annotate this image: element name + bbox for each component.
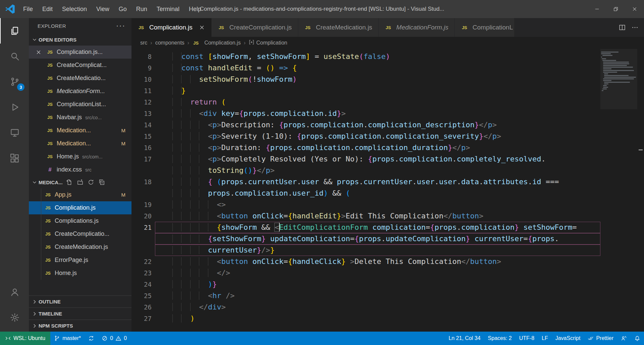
- open-editor-item[interactable]: JSNavbar.jssrc/co...: [29, 111, 131, 124]
- code-line[interactable]: }: [155, 85, 600, 96]
- breadcrumb-item-src[interactable]: src: [140, 40, 147, 46]
- account-icon[interactable]: [0, 279, 29, 305]
- status-prettier[interactable]: Prettier: [584, 332, 617, 345]
- code-line[interactable]: <button onClick={handleClick} >Delete Th…: [155, 256, 600, 267]
- file-item-home.js[interactable]: JSHome.js: [29, 267, 131, 280]
- tab-createmedication.js[interactable]: JSCreateMedication.js: [298, 18, 379, 37]
- open-editor-item[interactable]: JSMedication...M: [29, 137, 131, 150]
- open-editor-item[interactable]: JSCreateMedicatio...: [29, 72, 131, 85]
- menu-edit[interactable]: Edit: [38, 0, 57, 18]
- tab-medicationform.js[interactable]: JSMedicationForm.js: [379, 18, 455, 37]
- code-line[interactable]: </>: [155, 267, 600, 279]
- debug-icon[interactable]: [0, 94, 29, 120]
- sync-button[interactable]: [85, 332, 98, 345]
- open-editor-item[interactable]: #index.csssrc: [29, 163, 131, 176]
- open-editor-item[interactable]: JSComplication.js...: [29, 46, 131, 59]
- menu-terminal[interactable]: Terminal: [152, 0, 184, 18]
- code-line[interactable]: <p>Completely Resolved (Yes or No): {pro…: [155, 153, 600, 165]
- code-line[interactable]: { (props.currentUser.user && props.curre…: [155, 176, 600, 188]
- file-item-createcomplicatio...[interactable]: JSCreateComplicatio...: [29, 227, 131, 240]
- code-token: &&: [319, 178, 337, 186]
- code-line[interactable]: {setShowForm} updateComplication={props.…: [155, 233, 600, 245]
- breadcrumb-item-complication.js[interactable]: JSComplication.js: [192, 40, 240, 46]
- code-line[interactable]: <hr />: [155, 290, 600, 301]
- status-spaces-2[interactable]: Spaces: 2: [484, 332, 516, 345]
- tab-complication.js[interactable]: JSComplication.js: [131, 18, 212, 37]
- code-line[interactable]: {showForm && <EditComplicationForm compl…: [155, 222, 600, 233]
- git-branch-indicator[interactable]: master*: [50, 332, 85, 345]
- problems-indicator[interactable]: 0 0: [98, 332, 130, 345]
- code-line[interactable]: currentUser}/>}: [155, 245, 600, 256]
- breadcrumb-item-complication[interactable]: Complication: [249, 39, 287, 47]
- status-utf-8[interactable]: UTF-8: [516, 332, 538, 345]
- gear-icon[interactable]: [0, 305, 29, 330]
- extensions-icon[interactable]: [0, 145, 29, 171]
- tab-complicationl[interactable]: JSComplicationL: [455, 18, 515, 37]
- restore-button[interactable]: [606, 0, 625, 18]
- notifications-button[interactable]: [631, 332, 644, 345]
- code-line[interactable]: toString()}</p>: [155, 165, 600, 176]
- scm-icon[interactable]: 3: [0, 69, 29, 94]
- file-item-complication.js[interactable]: JSComplication.js: [29, 201, 131, 214]
- open-editor-item[interactable]: JSCreateComplicat...: [29, 59, 131, 72]
- close-editor-button[interactable]: [36, 49, 46, 55]
- minimize-button[interactable]: [588, 0, 606, 18]
- section-timeline[interactable]: TIMELINE: [29, 307, 131, 320]
- menu-selection[interactable]: Selection: [57, 0, 92, 18]
- search-icon[interactable]: [0, 44, 29, 69]
- minimap[interactable]: [600, 49, 637, 332]
- code-line[interactable]: <div key={props.complication.id}>: [155, 108, 600, 119]
- file-item-app.js[interactable]: JSApp.jsM: [29, 188, 131, 201]
- open-editor-item[interactable]: JSMedication...M: [29, 124, 131, 137]
- collapse-all-button[interactable]: [98, 179, 105, 186]
- open-editor-item[interactable]: JSMedicationForm...: [29, 85, 131, 98]
- code-line[interactable]: return (: [155, 96, 600, 108]
- code-line[interactable]: <button onClick={handleEdit}>Edit This C…: [155, 210, 600, 222]
- new-file-button[interactable]: [66, 179, 73, 186]
- code-line[interactable]: const [showForm, setShowForm] = useState…: [155, 51, 600, 62]
- file-item-complications.js[interactable]: JSComplications.js: [29, 214, 131, 227]
- explorer-icon[interactable]: [0, 18, 29, 44]
- code-line[interactable]: <p>Description: {props.complication.comp…: [155, 119, 600, 131]
- sidebar-more-actions-button[interactable]: ···: [116, 24, 125, 27]
- menu-go[interactable]: Go: [114, 0, 131, 18]
- code-token: {: [217, 223, 221, 231]
- code-line[interactable]: <>: [155, 199, 600, 210]
- section-outline[interactable]: OUTLINE: [29, 295, 131, 307]
- open-editors-header[interactable]: OPEN EDITORS: [29, 33, 131, 46]
- workspace-header[interactable]: MEDICA...: [29, 176, 131, 188]
- close-tab-button[interactable]: [197, 23, 207, 32]
- status-javascript[interactable]: JavaScript: [552, 332, 584, 345]
- remoteexp-icon[interactable]: [0, 120, 29, 145]
- code-line[interactable]: props.complication.user_id) && (: [155, 188, 600, 199]
- remote-indicator[interactable]: WSL: Ubuntu: [0, 332, 50, 345]
- file-item-createmedication.js[interactable]: JSCreateMedication.js: [29, 240, 131, 254]
- code-line[interactable]: </div>: [155, 301, 600, 313]
- code-line[interactable]: const handleEdit = () => {: [155, 62, 600, 74]
- overview-ruler[interactable]: [637, 49, 644, 332]
- file-item-errorpage.js[interactable]: JSErrorPage.js: [29, 254, 131, 267]
- menu-run[interactable]: Run: [131, 0, 152, 18]
- tab-createcomplication.js[interactable]: JSCreateComplication.js: [212, 18, 298, 37]
- code-line[interactable]: setShowForm(!showForm): [155, 74, 600, 85]
- code-editor[interactable]: 89101112131415161718192021222324252627 c…: [131, 49, 644, 332]
- breadcrumb-item-components[interactable]: components: [155, 40, 184, 46]
- section-npm-scripts[interactable]: NPM SCRIPTS: [29, 320, 131, 332]
- editor-more-actions-button[interactable]: [631, 24, 639, 31]
- feedback-button[interactable]: [617, 332, 631, 345]
- status-ln-21-col-34[interactable]: Ln 21, Col 34: [445, 332, 484, 345]
- split-editor-button[interactable]: [619, 24, 626, 31]
- open-editor-item[interactable]: JSComplicationList...: [29, 98, 131, 111]
- menu-view[interactable]: View: [92, 0, 114, 18]
- code-token: p: [488, 121, 492, 129]
- code-line[interactable]: ): [155, 313, 600, 324]
- menu-file[interactable]: File: [18, 0, 38, 18]
- code-line[interactable]: <p>Severity (1-10): {props.complication.…: [155, 131, 600, 142]
- close-window-button[interactable]: [625, 0, 644, 18]
- status-lf[interactable]: LF: [538, 332, 552, 345]
- refresh-button[interactable]: [88, 179, 94, 186]
- open-editor-item[interactable]: JSHome.jssrc/com...: [29, 150, 131, 163]
- code-line[interactable]: )}: [155, 279, 600, 290]
- code-line[interactable]: <p>Duration: {props.complication.complic…: [155, 142, 600, 153]
- new-folder-button[interactable]: [77, 179, 84, 186]
